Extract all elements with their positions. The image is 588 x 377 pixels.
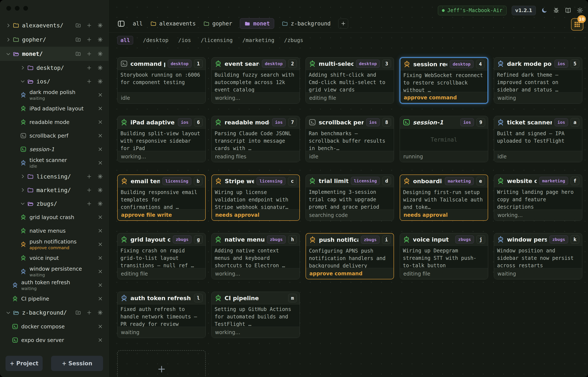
add-session-icon[interactable] xyxy=(86,23,92,28)
session-card-trial-limits[interactable]: trial limitslicensingdImplementing 3-ses… xyxy=(306,175,394,221)
filter-all[interactable]: all xyxy=(117,36,133,45)
close-session-icon[interactable] xyxy=(98,106,103,111)
session-card-native-menus[interactable]: native menuszbugshAdding native context … xyxy=(211,233,300,279)
sidebar-folder-ios[interactable]: ios/ xyxy=(0,74,109,88)
close-session-icon[interactable] xyxy=(98,228,103,234)
filter-zbugs[interactable]: /zbugs xyxy=(284,37,303,43)
add-folder-icon[interactable] xyxy=(75,23,81,28)
chevron-down-icon[interactable] xyxy=(6,310,11,316)
sidebar-session-push-notifications[interactable]: push notificationsapprove command xyxy=(0,237,109,251)
session-card-session-1[interactable]: session-1ios9Terminalrunning xyxy=(400,116,488,162)
sidebar-project-alexaevents[interactable]: alexaevents/ xyxy=(0,18,109,33)
add-session-icon[interactable] xyxy=(86,201,92,207)
window-controls[interactable] xyxy=(0,0,109,11)
sidebar-session-window-persistence[interactable]: window persistencewaiting xyxy=(0,265,109,278)
add-session-icon[interactable] xyxy=(86,79,92,84)
sidebar-session-dark-mode-polish[interactable]: dark mode polishwaiting xyxy=(0,88,109,102)
filter-marketing[interactable]: /marketing xyxy=(242,37,274,43)
traffic-light-minimize[interactable] xyxy=(15,6,20,11)
traffic-light-close[interactable] xyxy=(6,6,11,11)
session-card-readable-mode[interactable]: readable modeios7Parsing Claude Code JSO… xyxy=(211,116,300,162)
sidebar-session-scrollback-perf[interactable]: scrollback perf xyxy=(0,129,109,142)
sidebar-session-auth-token-refresh[interactable]: auth token refreshwaiting xyxy=(0,278,109,292)
spark-agent-icon[interactable] xyxy=(97,187,103,193)
docs-book-icon[interactable] xyxy=(565,7,571,14)
add-session-icon[interactable] xyxy=(86,51,92,57)
sidebar-session-readable-mode[interactable]: readable mode xyxy=(0,115,109,129)
session-card-event-search[interactable]: event searchdesktop2Building fuzzy searc… xyxy=(211,57,300,104)
session-card-grid-layout-crash[interactable]: grid layout crashzbugsgFixing crash on r… xyxy=(117,233,206,279)
spark-agent-icon[interactable] xyxy=(97,310,103,316)
add-folder-icon[interactable] xyxy=(75,310,81,316)
add-session-icon[interactable] xyxy=(86,310,92,316)
chevron-right-icon[interactable] xyxy=(6,23,11,28)
session-card-ipad-adaptive-lay[interactable]: iPad adaptive lay…ios6Building split-vie… xyxy=(117,116,206,162)
sidebar-session-session-1[interactable]: session-1 xyxy=(0,142,109,156)
spark-agent-icon[interactable] xyxy=(97,23,103,28)
session-card-email-templ[interactable]: email templ…licensingbBuilding responsiv… xyxy=(117,175,206,221)
close-session-icon[interactable] xyxy=(98,119,103,125)
chevron-right-icon[interactable] xyxy=(6,37,11,42)
add-project-button[interactable]: + Project xyxy=(6,356,43,371)
session-card-command-pal[interactable]: command pal…desktop1Storybook running on… xyxy=(117,57,206,104)
close-session-icon[interactable] xyxy=(98,92,103,98)
close-session-icon[interactable] xyxy=(98,324,103,329)
session-card-window-persist[interactable]: window persist…zbugskWindow position and… xyxy=(494,233,582,279)
sidebar-toggle-icon[interactable] xyxy=(117,20,125,28)
close-session-icon[interactable] xyxy=(98,296,103,301)
close-session-icon[interactable] xyxy=(98,214,103,220)
bug-report-icon[interactable] xyxy=(553,7,560,14)
chevron-right-icon[interactable] xyxy=(20,174,25,179)
sidebar-session-docker-compose[interactable]: docker compose xyxy=(0,320,109,333)
spark-agent-icon[interactable] xyxy=(97,201,103,207)
sidebar-session-expo-dev-server[interactable]: expo dev server xyxy=(0,333,109,347)
close-session-icon[interactable] xyxy=(98,133,103,138)
chevron-down-icon[interactable] xyxy=(20,79,25,84)
sidebar-project-monet[interactable]: monet/ xyxy=(0,47,109,61)
close-session-icon[interactable] xyxy=(98,255,103,261)
traffic-light-zoom[interactable] xyxy=(23,6,28,11)
session-card-voice-input[interactable]: voice inputzbugsjWiring up Deepgram stre… xyxy=(400,233,488,279)
add-folder-icon[interactable] xyxy=(75,37,81,42)
close-session-icon[interactable] xyxy=(98,146,103,152)
tab-monet[interactable]: monet xyxy=(240,18,274,29)
tab-z-background[interactable]: z-background xyxy=(282,20,331,27)
tab-gopher[interactable]: gopher xyxy=(203,20,232,27)
chevron-right-icon[interactable] xyxy=(20,65,25,71)
add-session-icon[interactable] xyxy=(86,174,92,179)
sidebar-session-voice-input[interactable]: voice input xyxy=(0,251,109,265)
sidebar-folder-marketing[interactable]: marketing/ xyxy=(0,183,109,197)
session-card-ci-pipeline[interactable]: CI pipelinemSetting up GitHub Actions fo… xyxy=(211,292,300,338)
sidebar-session-ticket-scanner[interactable]: ticket scanneridle xyxy=(0,156,109,170)
settings-gear-icon[interactable] xyxy=(577,7,583,14)
close-session-icon[interactable] xyxy=(98,242,103,247)
filter-ios[interactable]: /ios xyxy=(178,37,191,43)
chevron-down-icon[interactable] xyxy=(6,51,11,57)
filter-licensing[interactable]: /licensing xyxy=(201,37,233,43)
add-tab-button[interactable] xyxy=(338,19,348,29)
spark-agent-icon[interactable] xyxy=(97,37,103,42)
add-folder-icon[interactable] xyxy=(75,51,81,57)
close-session-icon[interactable] xyxy=(98,337,103,343)
chevron-down-icon[interactable] xyxy=(20,201,25,206)
add-session-icon[interactable] xyxy=(86,65,92,71)
sidebar-folder-licensing[interactable]: licensing/ xyxy=(0,170,109,183)
new-session-button[interactable]: New Session xyxy=(117,350,206,377)
session-card-website-copy[interactable]: website copymarketingfWriting landing pa… xyxy=(494,175,582,221)
session-card-dark-mode-polish[interactable]: dark mode polishios5Refined dark theme —… xyxy=(494,57,582,104)
sidebar-session-native-menus[interactable]: native menus xyxy=(0,224,109,237)
sidebar-folder-desktop[interactable]: desktop/ xyxy=(0,61,109,74)
spark-agent-icon[interactable] xyxy=(97,51,103,57)
close-session-icon[interactable] xyxy=(98,160,103,165)
session-card-scrollback-perf[interactable]: scrollback perfios8Ran benchmarks — scro… xyxy=(306,116,394,162)
sidebar-folder-zbugs[interactable]: zbugs/ xyxy=(0,197,109,210)
session-card-stripe-web[interactable]: Stripe web…licensingcWiring up license v… xyxy=(211,175,300,221)
session-card-multi-select[interactable]: multi-selectdesktop3Adding shift-click a… xyxy=(306,57,394,104)
sidebar-project-gopher[interactable]: gopher/ xyxy=(0,33,109,47)
filter-desktop[interactable]: /desktop xyxy=(143,37,168,43)
tab-alexaevents[interactable]: alexaevents xyxy=(150,20,196,27)
sidebar-session-ci-pipeline[interactable]: CI pipeline xyxy=(0,292,109,306)
add-session-icon[interactable] xyxy=(86,37,92,42)
sidebar-project-z-background[interactable]: z-background/ xyxy=(0,306,109,320)
add-session-icon[interactable] xyxy=(86,187,92,193)
